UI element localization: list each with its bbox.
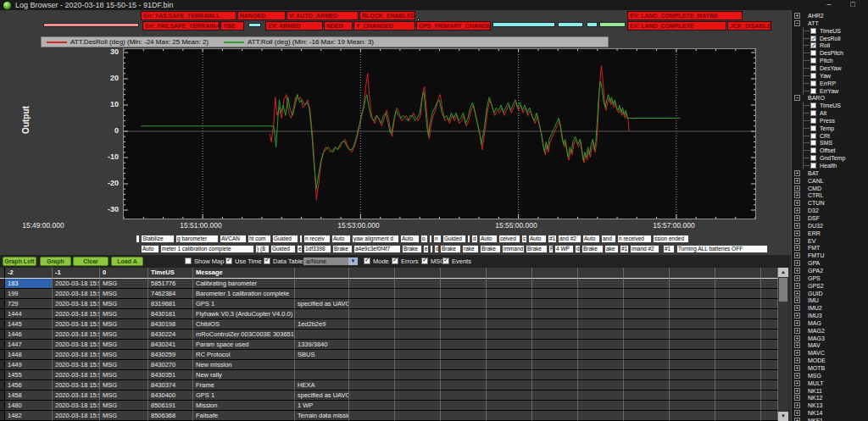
tree-checkbox[interactable]: [810, 102, 816, 108]
tree-checkbox[interactable]: [810, 88, 816, 94]
expand-icon[interactable]: +: [794, 373, 800, 379]
table-cell[interactable]: [670, 309, 715, 319]
scroll-up-icon[interactable]: ▲: [778, 268, 788, 277]
checkbox-use-time[interactable]: ✓: [225, 258, 232, 264]
tree-group-imu3[interactable]: +IMU3: [792, 312, 868, 319]
table-cell[interactable]: [715, 350, 761, 360]
tree-checkbox[interactable]: [810, 163, 816, 169]
tree-group-imu[interactable]: +IMU: [792, 296, 868, 304]
table-cell[interactable]: 2020-03-18 15:5...: [53, 401, 100, 411]
table-cell[interactable]: [624, 279, 670, 289]
table-row[interactable]: 14822020-03-18 15:5...MSG8506368Failsafe…: [0, 411, 778, 421]
tree-checkbox[interactable]: ✓: [810, 36, 816, 42]
tree-group-mav[interactable]: +MAV: [792, 341, 868, 349]
table-cell[interactable]: [578, 380, 624, 391]
tree-group-gps2[interactable]: +GPS2: [792, 282, 868, 290]
table-cell[interactable]: [761, 380, 778, 391]
table-cell[interactable]: [487, 309, 532, 319]
tree-group-ev[interactable]: +EV: [792, 237, 868, 245]
table-cell[interactable]: [395, 330, 441, 340]
tree-checkbox[interactable]: [810, 110, 816, 116]
table-cell[interactable]: [441, 319, 487, 330]
tree-checkbox[interactable]: [810, 147, 816, 153]
table-row[interactable]: 1992020-03-18 15:5...MSG7462384Barometer…: [0, 289, 778, 299]
tree-checkbox[interactable]: [810, 155, 816, 161]
tree-checkbox[interactable]: [810, 58, 816, 64]
table-cell[interactable]: [761, 299, 778, 309]
table-cell[interactable]: [532, 411, 578, 421]
graph-left-button[interactable]: Graph Left: [3, 257, 36, 266]
table-row[interactable]: 14802020-03-18 15:5...MSG8506191Mission1…: [0, 401, 778, 411]
tree-group-cmd[interactable]: +CMD: [792, 185, 868, 192]
table-row[interactable]: 7292020-03-18 15:5...MSG8319681GPS 1spec…: [0, 299, 778, 309]
tree-field-health[interactable]: Health: [792, 162, 868, 169]
table-cell[interactable]: 1444: [5, 309, 53, 319]
table-cell[interactable]: [487, 370, 532, 380]
table-cell[interactable]: [349, 370, 395, 380]
table-cell[interactable]: [761, 289, 778, 299]
tree-field-gndtemp[interactable]: GndTemp: [792, 154, 868, 162]
table-cell[interactable]: 8506191: [148, 401, 193, 411]
table-cell[interactable]: [761, 411, 778, 421]
table-cell[interactable]: [349, 289, 395, 299]
table-cell[interactable]: [395, 340, 441, 350]
table-cell[interactable]: [761, 309, 778, 319]
table-cell[interactable]: MSG: [100, 350, 148, 360]
table-cell[interactable]: [715, 340, 761, 350]
table-cell[interactable]: [532, 319, 578, 330]
table-cell[interactable]: MSG: [100, 360, 148, 370]
tree-checkbox[interactable]: [810, 28, 816, 34]
checkbox-events[interactable]: ✓: [442, 258, 449, 264]
table-cell[interactable]: [295, 279, 349, 289]
tree-group-nk11[interactable]: +NK11: [792, 387, 868, 395]
table-cell[interactable]: [487, 289, 532, 299]
table-cell[interactable]: [441, 391, 487, 401]
expand-icon[interactable]: +: [794, 395, 800, 401]
table-cell[interactable]: 2020-03-18 15:5...: [53, 279, 100, 289]
table-cell[interactable]: [624, 340, 670, 350]
table-cell[interactable]: [578, 289, 624, 299]
table-cell[interactable]: [532, 350, 578, 360]
table-cell[interactable]: SBUS: [295, 350, 349, 360]
table-cell[interactable]: [532, 340, 578, 350]
table-cell[interactable]: [295, 309, 349, 319]
expand-icon[interactable]: +: [794, 245, 800, 251]
tree-group-gpa2[interactable]: +GPA2: [792, 267, 868, 274]
table-cell[interactable]: [578, 279, 624, 289]
table-row[interactable]: 14462020-03-18 15:5...MSG8430224mRoContr…: [0, 330, 778, 340]
tree-group-nk14[interactable]: +NK14: [792, 409, 868, 417]
table-cell[interactable]: [578, 330, 624, 340]
expand-icon[interactable]: +: [794, 260, 800, 266]
tree-checkbox[interactable]: [810, 50, 816, 56]
table-cell[interactable]: GPS 1: [193, 299, 295, 309]
table-cell[interactable]: [395, 309, 441, 319]
tree-field-press[interactable]: Press: [792, 117, 868, 125]
table-cell[interactable]: [715, 360, 761, 370]
table-cell[interactable]: [624, 330, 670, 340]
tree-group-dsf[interactable]: +DSF: [792, 214, 868, 222]
tree-group-mult[interactable]: +MULT: [792, 379, 868, 387]
table-cell[interactable]: [395, 391, 441, 401]
table-cell[interactable]: [761, 401, 778, 411]
tree-field-pitch[interactable]: Pitch: [792, 57, 868, 64]
table-cell[interactable]: [578, 319, 624, 330]
table-cell[interactable]: [670, 360, 715, 370]
table-cell[interactable]: 1ed2b2e9: [295, 319, 349, 330]
table-cell[interactable]: 8430374: [148, 380, 193, 391]
table-cell[interactable]: 2020-03-18 15:5...: [53, 380, 100, 391]
table-cell[interactable]: ChibiOS: [193, 319, 295, 330]
table-cell[interactable]: [532, 279, 578, 289]
table-cell[interactable]: [441, 299, 487, 309]
table-cell[interactable]: 199: [5, 289, 53, 299]
tree-group-mode[interactable]: +MODE: [792, 357, 868, 364]
table-cell[interactable]: [395, 360, 441, 370]
table-cell[interactable]: 1480: [5, 401, 53, 411]
table-cell[interactable]: 1449: [5, 360, 53, 370]
table-cell[interactable]: [578, 299, 624, 309]
expand-icon[interactable]: +: [794, 357, 800, 363]
tree-checkbox[interactable]: ✓: [810, 42, 816, 48]
table-cell[interactable]: 8430198: [148, 319, 193, 330]
table-cell[interactable]: [624, 350, 670, 360]
expand-icon[interactable]: +: [794, 380, 800, 386]
table-cell[interactable]: [670, 279, 715, 289]
